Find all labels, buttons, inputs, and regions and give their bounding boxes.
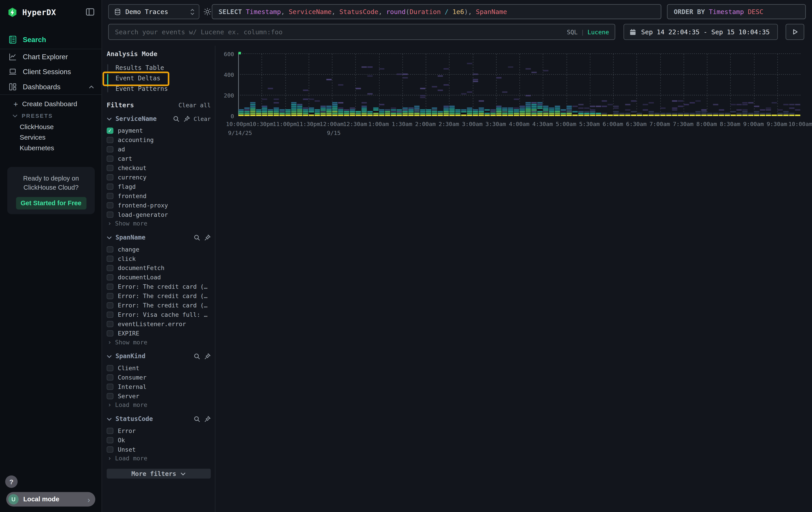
time-range-picker[interactable]: Sep 14 22:04:35 - Sep 15 10:04:35 [624,24,778,40]
get-started-button[interactable]: Get Started for Free [16,197,86,210]
clear-all-button[interactable]: Clear all [178,101,211,109]
local-mode-menu[interactable]: U Local mode › [6,492,95,507]
filter-checkbox-row[interactable]: load-generator [107,210,211,219]
filter-checkbox-row[interactable]: Unset [107,445,211,454]
checkbox[interactable] [107,437,113,443]
filter-group-name[interactable]: ServiceName [115,115,156,123]
filter-checkbox-row[interactable]: currency [107,173,211,182]
gear-icon[interactable] [203,7,212,16]
filter-checkbox-row[interactable]: Error [107,426,211,436]
checkbox[interactable] [107,127,113,134]
checkbox[interactable] [107,284,113,290]
filter-checkbox-row[interactable]: Error: The credit card (… [107,291,211,301]
run-query-button[interactable] [786,24,804,40]
filter-checkbox-row[interactable]: frontend-proxy [107,200,211,210]
checkbox[interactable] [107,212,113,218]
sidebar-item-chart-explorer[interactable]: Chart Explorer [0,49,102,64]
preset-dashboard-link[interactable]: Kubernetes [0,143,102,153]
checkbox[interactable] [107,137,113,143]
checkbox[interactable] [107,193,113,199]
checkbox[interactable] [107,321,113,327]
help-button[interactable]: ? [5,476,18,488]
sidebar-collapse-icon[interactable] [85,7,95,17]
pin-icon[interactable] [204,353,211,359]
filter-checkbox-row[interactable]: ad [107,145,211,154]
filter-checkbox-row[interactable]: documentLoad [107,273,211,282]
preset-dashboard-link[interactable]: ClickHouse [0,121,102,132]
checkbox[interactable] [107,428,113,434]
order-by-input[interactable]: ORDER BY Timestamp DESC [667,4,806,19]
checkbox[interactable] [107,446,113,453]
presets-toggle[interactable]: PRESETS [0,111,102,120]
search-input[interactable] [109,24,567,39]
filter-checkbox-row[interactable]: checkout [107,163,211,173]
filter-checkbox-row[interactable]: Error: Visa cache full: … [107,310,211,319]
load-more-button[interactable]: › Load more [107,454,211,462]
sidebar-item-dashboards[interactable]: Dashboards [0,79,102,95]
filter-group-name[interactable]: SpanKind [115,353,145,360]
search-icon[interactable] [173,115,180,122]
checkbox[interactable] [107,302,113,308]
search-icon[interactable] [194,353,200,359]
pin-icon[interactable] [204,415,211,422]
chevron-up-icon[interactable] [88,85,94,89]
checkbox[interactable] [107,293,113,299]
filter-checkbox-row[interactable]: cart [107,154,211,163]
mode-sql[interactable]: SQL [567,28,578,36]
mode-lucene[interactable]: Lucene [587,28,609,36]
checkbox[interactable] [107,155,113,162]
preset-dashboard-link[interactable]: Services [0,132,102,143]
checkbox[interactable] [107,312,113,318]
checkbox[interactable] [107,183,113,190]
source-select[interactable]: Demo Traces [108,4,199,19]
checkbox[interactable] [107,330,113,336]
filter-checkbox-row[interactable]: payment [107,126,211,135]
checkbox[interactable] [107,374,113,381]
show-more-button[interactable]: › Show more [107,338,211,346]
analysis-mode-option[interactable]: Results Table [107,63,211,73]
filter-group-name[interactable]: StatusCode [115,415,153,423]
analysis-mode-option[interactable]: Event Patterns [107,83,211,94]
filter-checkbox-row[interactable]: change [107,245,211,254]
chevron-down-icon[interactable] [107,354,112,358]
more-filters-button[interactable]: More filters [107,469,211,479]
load-more-button[interactable]: › Load more [107,401,211,409]
analysis-mode-option[interactable]: Event Deltas [107,73,211,83]
chevron-down-icon[interactable] [107,117,112,120]
pin-icon[interactable] [183,115,190,122]
checkbox[interactable] [107,202,113,209]
filter-checkbox-row[interactable]: accounting [107,135,211,145]
sidebar-item-client-sessions[interactable]: Client Sessions [0,64,102,79]
filter-checkbox-row[interactable]: click [107,254,211,263]
sidebar-item-search[interactable]: Search [0,32,102,47]
filter-checkbox-row[interactable]: documentFetch [107,263,211,273]
checkbox[interactable] [107,146,113,153]
filter-checkbox-row[interactable]: Server [107,392,211,401]
checkbox[interactable] [107,174,113,181]
chevron-down-icon[interactable] [107,417,112,421]
filter-checkbox-row[interactable]: EXPIRE [107,329,211,338]
checkbox[interactable] [107,393,113,399]
filter-checkbox-row[interactable]: Error: The credit card (… [107,301,211,310]
pin-icon[interactable] [204,234,211,241]
checkbox[interactable] [107,265,113,271]
filter-checkbox-row[interactable]: Consumer [107,373,211,382]
select-clause-input[interactable]: SELECT Timestamp, ServiceName, StatusCod… [212,4,662,19]
show-more-button[interactable]: › Show more [107,219,211,227]
checkbox[interactable] [107,165,113,171]
clear-group-button[interactable]: Clear [194,115,211,122]
checkbox[interactable] [107,365,113,371]
filter-checkbox-row[interactable]: Ok [107,435,211,445]
filter-checkbox-row[interactable]: eventListener.error [107,319,211,329]
checkbox[interactable] [107,255,113,262]
filter-group-name[interactable]: SpanName [115,234,145,241]
chevron-down-icon[interactable] [107,236,112,239]
filter-checkbox-row[interactable]: Client [107,363,211,373]
filter-checkbox-row[interactable]: Internal [107,382,211,392]
filter-checkbox-row[interactable]: Error: The credit card (… [107,282,211,291]
checkbox[interactable] [107,383,113,390]
checkbox[interactable] [107,274,113,281]
create-dashboard-button[interactable]: + Create Dashboard [0,99,102,110]
filter-checkbox-row[interactable]: frontend [107,191,211,200]
event-deltas-heatmap[interactable] [238,52,800,116]
